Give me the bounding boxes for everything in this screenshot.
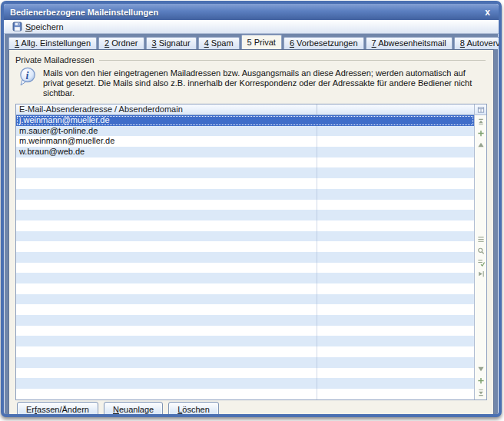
table-row-empty[interactable] xyxy=(16,167,474,178)
table-row-empty[interactable] xyxy=(16,241,474,252)
save-button-label: Speichern xyxy=(25,22,64,31)
cell-empty xyxy=(317,231,474,242)
cell-email-address xyxy=(16,178,317,189)
cell-empty xyxy=(317,157,474,168)
cell-empty xyxy=(317,189,474,200)
table-row-empty[interactable] xyxy=(16,389,474,399)
content-frame: 1 Allg. Einstellungen2 Ordner3 Signatur4… xyxy=(5,34,498,417)
cell-email-address xyxy=(16,346,317,357)
cell-email-address: j.weinmann@mueller.de xyxy=(16,115,317,126)
strip-top-icons xyxy=(477,115,485,152)
table-row-empty[interactable] xyxy=(16,263,474,273)
table-row-empty[interactable] xyxy=(16,178,474,189)
table-row-empty[interactable] xyxy=(16,357,474,368)
table-row-empty[interactable] xyxy=(16,283,474,294)
table-row[interactable]: w.braun@web.de xyxy=(16,147,474,157)
cell-empty xyxy=(317,315,474,326)
strip-middle-icons xyxy=(477,233,485,281)
table-corner-cell xyxy=(475,104,486,115)
cell-email-address xyxy=(16,336,317,346)
cell-empty xyxy=(317,147,474,157)
tab-4-spam[interactable]: 4 Spam xyxy=(198,37,240,49)
move-down-icon[interactable] xyxy=(477,366,485,373)
cell-empty xyxy=(317,368,474,379)
tab-8-autovervollständigung[interactable]: 8 Autovervollständigung xyxy=(454,37,502,49)
table-header-empty[interactable] xyxy=(317,104,474,114)
search-icon[interactable] xyxy=(477,247,485,255)
cell-email-address xyxy=(16,326,317,336)
close-icon[interactable]: x xyxy=(482,8,492,17)
table-row-empty[interactable] xyxy=(16,210,474,220)
table-row-empty[interactable] xyxy=(16,189,474,200)
cell-empty xyxy=(317,283,474,294)
table-main: E-Mail-Absenderadresse / Absenderdomain … xyxy=(16,104,474,399)
tab-7-abwesenheitsmail[interactable]: 7 Abwesenheitsmail xyxy=(366,37,453,49)
mail-address-table: E-Mail-Absenderadresse / Absenderdomain … xyxy=(15,104,487,400)
cell-empty xyxy=(317,273,474,283)
table-row-empty[interactable] xyxy=(16,304,474,315)
neuanlage-button[interactable]: Neuanlage xyxy=(104,402,163,417)
list-icon[interactable] xyxy=(477,236,485,244)
tab-6-vorbesetzungen[interactable]: 6 Vorbesetzungen xyxy=(284,37,364,49)
cell-empty xyxy=(317,378,474,389)
tab-5-privat[interactable]: 5 Privat xyxy=(241,35,282,49)
info-icon: i xyxy=(18,67,37,88)
table-row-empty[interactable] xyxy=(16,200,474,210)
cell-empty xyxy=(317,389,474,399)
table-body: j.weinmann@mueller.dem.sauer@t-online.de… xyxy=(16,115,474,399)
tab-2-ordner[interactable]: 2 Ordner xyxy=(98,37,144,49)
cell-email-address xyxy=(16,220,317,231)
scroll-top-icon[interactable] xyxy=(477,118,485,126)
cell-empty xyxy=(317,126,474,137)
table-row[interactable]: j.weinmann@mueller.de xyxy=(16,115,474,126)
tab-3-signatur[interactable]: 3 Signatur xyxy=(146,37,197,49)
move-up-icon[interactable] xyxy=(477,141,485,149)
goto-row-icon[interactable] xyxy=(477,270,485,278)
table-row[interactable]: m.sauer@t-online.de xyxy=(16,126,474,137)
table-row-empty[interactable] xyxy=(16,294,474,305)
table-row-empty[interactable] xyxy=(16,346,474,357)
table-row-empty[interactable] xyxy=(16,231,474,242)
cell-empty xyxy=(317,210,474,220)
window-title: Bedienerbezogene Maileinstellungen xyxy=(10,8,482,17)
cell-email-address: m.sauer@t-online.de xyxy=(16,126,317,137)
append-plus-icon[interactable] xyxy=(477,377,485,385)
cell-email-address xyxy=(16,357,317,368)
table-row-empty[interactable] xyxy=(16,326,474,336)
cell-email-address xyxy=(16,167,317,178)
cell-empty xyxy=(317,263,474,273)
table-header-row: E-Mail-Absenderadresse / Absenderdomain xyxy=(16,104,474,115)
column-chooser-icon[interactable] xyxy=(477,106,485,114)
table-row-empty[interactable] xyxy=(16,273,474,283)
cell-empty xyxy=(317,326,474,336)
cell-email-address xyxy=(16,378,317,389)
cell-email-address xyxy=(16,389,317,399)
save-button[interactable]: Speichern xyxy=(8,21,68,32)
cell-empty xyxy=(317,346,474,357)
title-bar: Bedienerbezogene Maileinstellungen x xyxy=(4,4,499,20)
table-header-email[interactable]: E-Mail-Absenderadresse / Absenderdomain xyxy=(16,104,317,114)
table-row[interactable]: m.weinmann@mueller.de xyxy=(16,136,474,147)
erfassen-ändern-button[interactable]: Erfassen/Ändern xyxy=(17,402,98,417)
table-row-empty[interactable] xyxy=(16,252,474,263)
cell-email-address xyxy=(16,157,317,168)
cell-email-address: w.braun@web.de xyxy=(16,147,317,157)
strip-bottom-icons xyxy=(477,363,485,399)
table-row-empty[interactable] xyxy=(16,315,474,326)
table-row-empty[interactable] xyxy=(16,368,474,379)
dialog-window: Bedienerbezogene Maileinstellungen x Spe… xyxy=(1,1,502,417)
edit-list-icon[interactable] xyxy=(477,259,485,267)
cell-email-address xyxy=(16,315,317,326)
löschen-button[interactable]: Löschen xyxy=(168,402,219,417)
table-row-empty[interactable] xyxy=(16,157,474,168)
insert-plus-icon[interactable] xyxy=(477,130,485,138)
scroll-bottom-icon[interactable] xyxy=(477,389,485,396)
table-row-empty[interactable] xyxy=(16,336,474,346)
svg-text:i: i xyxy=(26,70,29,81)
cell-email-address xyxy=(16,189,317,200)
cell-empty xyxy=(317,200,474,210)
table-row-empty[interactable] xyxy=(16,378,474,389)
tab-1-allg-einstellungen[interactable]: 1 Allg. Einstellungen xyxy=(8,37,97,49)
tab-bar: 1 Allg. Einstellungen2 Ordner3 Signatur4… xyxy=(8,34,494,49)
table-row-empty[interactable] xyxy=(16,220,474,231)
